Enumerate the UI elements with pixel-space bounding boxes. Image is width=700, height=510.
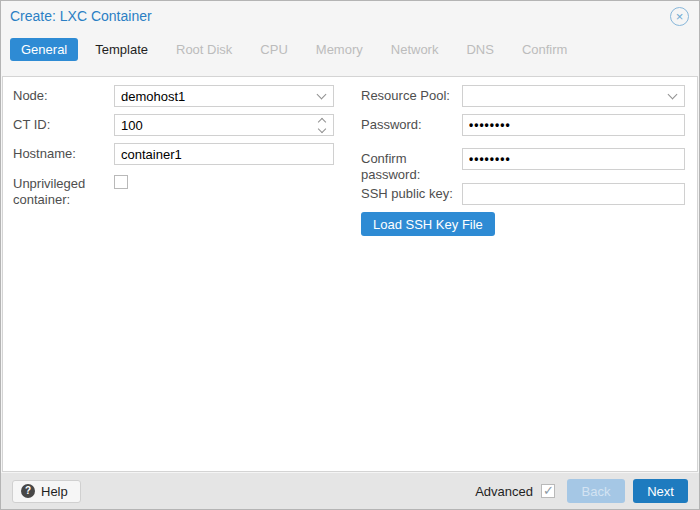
- next-button[interactable]: Next: [633, 479, 688, 503]
- confirm-password-label: Confirm password:: [361, 148, 462, 183]
- confirm-password-row: Confirm password:: [361, 148, 685, 183]
- dialog-title: Create: LXC Container: [10, 0, 152, 33]
- tab-dns: DNS: [455, 38, 504, 61]
- password-row: Password:: [361, 114, 685, 136]
- general-form-panel: Node: CT ID: Hostname:: [2, 76, 698, 472]
- node-label: Node:: [13, 85, 114, 104]
- wizard-tabbar: General Template Root Disk CPU Memory Ne…: [10, 37, 690, 61]
- resource-pool-combobox[interactable]: [462, 85, 685, 107]
- load-ssh-key-file-button[interactable]: Load SSH Key File: [361, 212, 495, 236]
- chevron-down-icon: [318, 125, 326, 133]
- tab-confirm: Confirm: [511, 38, 579, 61]
- node-combobox[interactable]: [114, 85, 334, 107]
- password-label: Password:: [361, 114, 462, 133]
- tab-template[interactable]: Template: [84, 38, 159, 61]
- node-dropdown-trigger[interactable]: [313, 86, 333, 106]
- ctid-row: CT ID:: [13, 114, 334, 136]
- advanced-label: Advanced: [475, 484, 533, 499]
- hostname-label: Hostname:: [13, 143, 114, 162]
- advanced-checkbox[interactable]: [541, 484, 555, 498]
- dialog-footer: ? Help Advanced Back Next: [1, 473, 699, 509]
- close-icon[interactable]: ×: [670, 7, 689, 26]
- ssh-public-key-label: SSH public key:: [361, 183, 462, 202]
- tab-root-disk: Root Disk: [165, 38, 243, 61]
- help-button-label: Help: [41, 484, 68, 499]
- hostname-input[interactable]: [114, 143, 334, 165]
- tab-general[interactable]: General: [10, 38, 78, 61]
- node-row: Node:: [13, 85, 334, 107]
- tab-cpu: CPU: [249, 38, 298, 61]
- help-button[interactable]: ? Help: [12, 480, 81, 503]
- ssh-public-key-row: SSH public key:: [361, 183, 685, 205]
- tab-network: Network: [380, 38, 450, 61]
- create-lxc-container-dialog: Create: LXC Container × General Template…: [0, 0, 700, 510]
- help-icon: ?: [21, 484, 35, 498]
- dialog-titlebar: Create: LXC Container ×: [0, 0, 700, 33]
- password-input[interactable]: [462, 114, 685, 136]
- ctid-spinner-input[interactable]: [114, 114, 334, 136]
- ssh-public-key-input[interactable]: [462, 183, 685, 205]
- resource-pool-row: Resource Pool:: [361, 85, 685, 107]
- back-button: Back: [567, 479, 625, 503]
- confirm-password-input[interactable]: [462, 148, 685, 170]
- unprivileged-row: Unprivileged container:: [13, 173, 128, 208]
- chevron-down-icon: [668, 90, 678, 100]
- tab-memory: Memory: [305, 38, 374, 61]
- unprivileged-label: Unprivileged container:: [13, 173, 114, 208]
- resource-pool-dropdown-trigger[interactable]: [664, 86, 684, 106]
- unprivileged-checkbox[interactable]: [114, 175, 128, 189]
- chevron-down-icon: [317, 90, 327, 100]
- resource-pool-label: Resource Pool:: [361, 85, 462, 104]
- ctid-label: CT ID:: [13, 114, 114, 133]
- ctid-spinner[interactable]: [313, 115, 333, 135]
- hostname-row: Hostname:: [13, 143, 334, 165]
